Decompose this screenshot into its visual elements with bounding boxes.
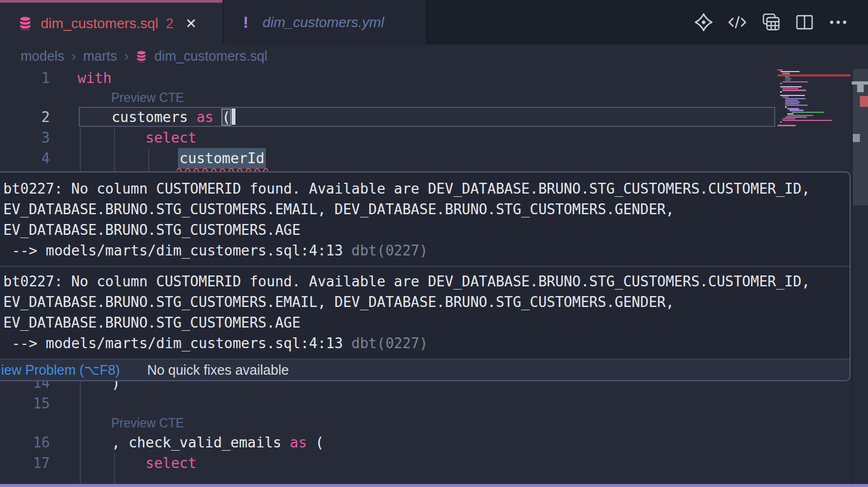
breadcrumb-file[interactable]: dim_customers.sql: [154, 48, 267, 64]
code-line-16[interactable]: 16 , check_valid_emails as (: [0, 432, 777, 453]
minimap[interactable]: [777, 69, 851, 132]
line-number: 1: [15, 68, 50, 88]
error-message-line: bt0227: No column CUSTOMERID found. Avai…: [3, 178, 841, 199]
tab-label: dim_customers.yml: [263, 14, 384, 31]
minimap-code-line: [792, 112, 824, 113]
overview-ruler-highlight-mark: [853, 134, 860, 142]
error-token-customerid: customerId: [178, 148, 266, 169]
code-text: customerId: [78, 148, 264, 169]
minimap-code-line: [780, 71, 800, 72]
minimap-code-line: [782, 118, 795, 119]
error-location-line: --> models/marts/dim_customers.sql:4:13 …: [3, 240, 841, 261]
code-line-1[interactable]: 1with: [0, 68, 777, 88]
code-text: select: [78, 453, 196, 473]
error-code[interactable]: dbt(0227): [352, 242, 428, 259]
overview-ruler-error-mark: [860, 96, 868, 107]
code-editor[interactable]: 1withPreview CTE2 customers as (3 select…: [0, 68, 868, 487]
error-location-line: --> models/marts/dim_customers.sql:4:13 …: [3, 333, 841, 354]
error-message-line: bt0227: No column CUSTOMERID found. Avai…: [3, 271, 841, 292]
code-line-3[interactable]: 3 select: [0, 127, 777, 148]
breadcrumb-marts[interactable]: marts: [83, 48, 117, 64]
chevron-right-icon: ›: [72, 48, 76, 65]
minimap-code-line: [782, 73, 790, 74]
minimap-code-line: [780, 95, 805, 96]
line-number: 3: [15, 127, 50, 148]
vscode-editor-window: { "tabs": [ {"label": "dim_customers.sql…: [0, 0, 868, 487]
bottom-accent-bar: [0, 484, 868, 487]
view-problem-link[interactable]: iew Problem (⌥F8): [1, 362, 120, 378]
tab-bar: dim_customers.sql 2 ✕ ! dim_customers.ym…: [0, 0, 868, 44]
error-location: --> models/marts/dim_customers.sql:4:13: [3, 335, 352, 351]
code-text: select: [78, 127, 196, 148]
chevron-right-icon: ›: [124, 48, 129, 65]
line-number: 16: [15, 432, 50, 453]
minimap-code-line: [785, 98, 806, 99]
line-number: 17: [15, 453, 50, 473]
editor-actions: [692, 0, 868, 44]
error-code[interactable]: dbt(0227): [352, 335, 428, 351]
tab-label: dim_customers.sql: [41, 15, 158, 32]
code-text: with: [78, 68, 112, 88]
line-number: 2: [15, 107, 50, 127]
minimap-code-line: [785, 78, 792, 79]
error-message-line: EV_DATABASE.BRUNO.STG_CUSTOMERS.EMAIL, D…: [3, 292, 841, 312]
minimap-code-line: [785, 106, 787, 107]
error-location: --> models/marts/dim_customers.sql:4:13: [3, 242, 352, 259]
error-hover-popup: bt0227: No column CUSTOMERID found. Avai…: [0, 171, 851, 381]
minimap-code-line: [777, 125, 796, 126]
database-icon: [18, 16, 32, 31]
minimap-code-line: [780, 86, 802, 87]
error-message-line: EV_DATABASE.BRUNO.STG_CUSTOMERS.AGE: [3, 220, 841, 240]
overview-ruler-cursor-mark: [857, 85, 864, 92]
dirty-count-badge: 2: [166, 16, 174, 31]
error-message-block: bt0227: No column CUSTOMERID found. Avai…: [0, 267, 850, 360]
minimap-code-line: [780, 121, 782, 123]
breadcrumb: models › marts › dim_customers.sql: [0, 44, 868, 68]
database-icon: [136, 50, 147, 63]
line-number: 4: [15, 148, 50, 169]
minimap-code-line: [785, 76, 789, 77]
tab-dim-customers-yml[interactable]: ! dim_customers.yml: [224, 0, 425, 44]
minimap-code-line: [785, 103, 799, 104]
line-number: 15: [15, 393, 50, 414]
error-message-line: EV_DATABASE.BRUNO.STG_CUSTOMERS.EMAIL, D…: [3, 199, 841, 220]
minimap-code-line: [782, 81, 808, 82]
breadcrumb-models[interactable]: models: [21, 48, 65, 64]
minimap-code-line: [789, 110, 803, 111]
minimap-code-line: [780, 83, 782, 84]
minimap-code-line: [782, 88, 799, 89]
minimap-code-line: [782, 89, 806, 91]
codelens-preview-cte[interactable]: Preview CTE: [111, 88, 184, 107]
code-line-2[interactable]: 2 customers as (: [0, 107, 777, 127]
code-text: customers as (: [78, 107, 235, 127]
minimap-code-line: [785, 100, 798, 101]
error-message-block: bt0227: No column CUSTOMERID found. Avai…: [0, 172, 850, 267]
no-quick-fixes-text: No quick fixes available: [147, 362, 289, 378]
code-line-17[interactable]: 17 select: [0, 453, 777, 473]
error-message-line: EV_DATABASE.BRUNO.STG_CUSTOMERS.AGE: [3, 312, 841, 333]
more-actions-icon[interactable]: [827, 11, 850, 34]
minimap-code-line: [785, 80, 790, 81]
close-tab-icon[interactable]: ✕: [186, 16, 197, 31]
minimap-code-line: [787, 115, 813, 116]
minimap-code-line: [785, 101, 800, 102]
minimap-code-line: [785, 105, 808, 106]
minimap-code-line: [777, 69, 783, 71]
warning-exclamation-icon: !: [243, 13, 248, 31]
compile-code-icon[interactable]: [726, 11, 749, 34]
tab-dim-customers-sql[interactable]: dim_customers.sql 2 ✕: [0, 0, 222, 44]
minimap-code-line: [782, 97, 789, 98]
code-line-4[interactable]: 4 customerId: [0, 148, 777, 169]
minimap-code-line: [787, 108, 799, 109]
dbt-icon[interactable]: [692, 11, 715, 34]
preview-query-results-icon[interactable]: [760, 11, 782, 34]
minimap-code-line: [787, 113, 794, 114]
minimap-code-line: [780, 91, 782, 92]
code-line-15[interactable]: 15: [0, 393, 777, 414]
minimap-code-line: [785, 117, 807, 118]
codelens-preview-cte[interactable]: Preview CTE: [111, 414, 184, 432]
split-editor-icon[interactable]: [793, 11, 816, 34]
hover-status-bar: iew Problem (⌥F8) No quick fixes availab…: [0, 360, 850, 380]
code-text: , check_valid_emails as (: [78, 432, 324, 453]
text-cursor: [232, 108, 235, 125]
